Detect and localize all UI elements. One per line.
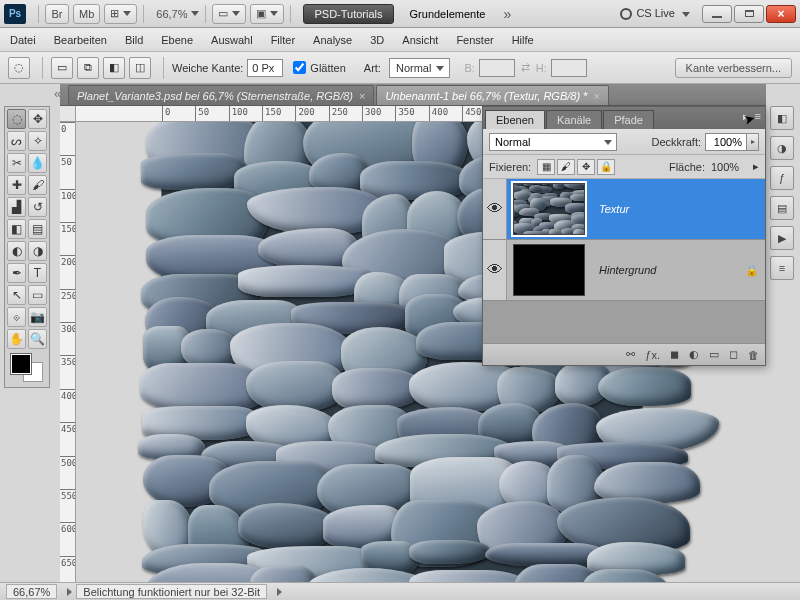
layer-name[interactable]: Textur	[591, 203, 765, 215]
window-close-button[interactable]: ×	[766, 5, 796, 23]
status-info-stepper-icon[interactable]	[277, 588, 282, 596]
view-extras-button[interactable]: ⊞	[104, 4, 137, 24]
tool-3d[interactable]: ⟐	[7, 307, 26, 327]
workspace-primary-button[interactable]: PSD-Tutorials	[303, 4, 393, 24]
tool-3dcam[interactable]: 📷	[28, 307, 47, 327]
ruler-origin[interactable]	[60, 106, 76, 122]
antialias-checkbox[interactable]	[293, 61, 306, 74]
tool-eyedropper[interactable]: 💧	[28, 153, 47, 173]
tool-hand[interactable]: ✋	[7, 329, 26, 349]
menu-ebene[interactable]: Ebene	[161, 34, 193, 46]
screen-mode-button[interactable]: ▣	[250, 4, 284, 24]
tool-preset-button[interactable]: ◌	[8, 57, 30, 79]
workspace-overflow-icon[interactable]: »	[503, 6, 511, 22]
tab-close-icon[interactable]: ×	[593, 90, 599, 102]
status-stepper-icon[interactable]	[67, 588, 72, 596]
layer-thumbnail[interactable]	[513, 183, 585, 235]
layer-visibility-icon[interactable]: 👁	[483, 240, 507, 300]
menu-bearbeiten[interactable]: Bearbeiten	[54, 34, 107, 46]
tool-stamp[interactable]: ▟	[7, 197, 26, 217]
tool-wand[interactable]: ✧	[28, 131, 47, 151]
panel-tab-ebenen[interactable]: Ebenen	[485, 110, 545, 129]
color-swatches[interactable]	[11, 354, 43, 382]
menu-datei[interactable]: Datei	[10, 34, 36, 46]
tool-zoom[interactable]: 🔍	[28, 329, 47, 349]
delete-layer-icon[interactable]: 🗑	[748, 349, 759, 361]
selection-new-button[interactable]: ▭	[51, 57, 73, 79]
selection-subtract-button[interactable]: ◧	[103, 57, 125, 79]
tool-gradient[interactable]: ▤	[28, 219, 47, 239]
link-layers-icon[interactable]: ⚯	[626, 348, 635, 361]
tool-shape[interactable]: ▭	[28, 285, 47, 305]
layer-visibility-icon[interactable]: 👁	[483, 179, 507, 239]
tool-move[interactable]: ✥	[28, 109, 47, 129]
tool-marquee[interactable]: ◌	[7, 109, 26, 129]
layer-fx-icon[interactable]: ƒx.	[645, 349, 660, 361]
style-dropdown[interactable]: Normal	[389, 58, 450, 78]
arrange-documents-button[interactable]: ▭	[212, 4, 246, 24]
layer-row[interactable]: 👁 Textur	[483, 179, 765, 240]
new-layer-icon[interactable]: ◻	[729, 348, 738, 361]
menu-ansicht[interactable]: Ansicht	[402, 34, 438, 46]
panel-menu-icon[interactable]: ≡	[755, 110, 761, 123]
menu-hilfe[interactable]: Hilfe	[512, 34, 534, 46]
fill-stepper[interactable]: ▸	[753, 160, 759, 173]
launch-minibridge-button[interactable]: Mb	[73, 4, 100, 24]
tool-eraser[interactable]: ◧	[7, 219, 26, 239]
dock-channels-icon[interactable]: ▤	[770, 196, 794, 220]
refine-edge-button[interactable]: Kante verbessern...	[675, 58, 792, 78]
dock-adjustments-icon[interactable]: ◑	[770, 136, 794, 160]
fill-input[interactable]: 100%	[711, 161, 753, 173]
tool-history[interactable]: ↺	[28, 197, 47, 217]
tool-lasso[interactable]: ᔕ	[7, 131, 26, 151]
selection-add-button[interactable]: ⧉	[77, 57, 99, 79]
dock-history-icon[interactable]: ≡	[770, 256, 794, 280]
menu-fenster[interactable]: Fenster	[456, 34, 493, 46]
menu-bild[interactable]: Bild	[125, 34, 143, 46]
document-tab[interactable]: Planet_Variante3.psd bei 66,7% (Sternens…	[68, 85, 374, 105]
ruler-vertical[interactable]: 050100150200250300350400450500550600650	[60, 122, 76, 582]
dock-styles-icon[interactable]: ƒ	[770, 166, 794, 190]
window-maximize-button[interactable]	[734, 5, 764, 23]
panel-tab-pfade[interactable]: Pfade	[603, 110, 654, 129]
cslive-button[interactable]: CS Live	[620, 7, 690, 20]
window-minimize-button[interactable]	[702, 5, 732, 23]
launch-bridge-button[interactable]: Br	[45, 4, 69, 24]
status-zoom[interactable]: 66,67%	[6, 584, 57, 599]
tool-dodge[interactable]: ◑	[28, 241, 47, 261]
tool-crop[interactable]: ✂	[7, 153, 26, 173]
lock-transparency-button[interactable]: ▦	[537, 159, 555, 175]
layer-thumbnail[interactable]	[513, 244, 585, 296]
tool-heal[interactable]: ✚	[7, 175, 26, 195]
workspace-secondary-button[interactable]: Grundelemente	[400, 5, 496, 23]
tab-close-icon[interactable]: ×	[359, 90, 365, 102]
lock-position-button[interactable]: ✥	[577, 159, 595, 175]
feather-input[interactable]: 0 Px	[247, 59, 283, 77]
lock-all-button[interactable]: 🔒	[597, 159, 615, 175]
menu-auswahl[interactable]: Auswahl	[211, 34, 253, 46]
panel-collapse-icon[interactable]: ▸	[743, 110, 749, 123]
document-tab[interactable]: Unbenannt-1 bei 66,7% (Textur, RGB/8) *×	[376, 85, 608, 105]
tool-blur[interactable]: ◐	[7, 241, 26, 261]
tool-type[interactable]: T	[28, 263, 47, 283]
panel-tab-kanale[interactable]: Kanäle	[546, 110, 602, 129]
zoom-level-display[interactable]: 66,7%	[156, 8, 187, 20]
layer-name[interactable]: Hintergrund	[591, 264, 745, 276]
menu-analyse[interactable]: Analyse	[313, 34, 352, 46]
adjustment-layer-icon[interactable]: ◐	[689, 348, 699, 361]
menu-3d[interactable]: 3D	[370, 34, 384, 46]
opacity-input[interactable]: 100%	[705, 133, 747, 151]
blend-mode-dropdown[interactable]: Normal	[489, 133, 617, 151]
dock-layers-icon[interactable]: ◧	[770, 106, 794, 130]
selection-intersect-button[interactable]: ◫	[129, 57, 151, 79]
dock-actions-icon[interactable]: ▶	[770, 226, 794, 250]
layer-row[interactable]: 👁 Hintergrund 🔒	[483, 240, 765, 301]
tool-brush[interactable]: 🖌	[28, 175, 47, 195]
lock-pixels-button[interactable]: 🖌	[557, 159, 575, 175]
layer-mask-icon[interactable]: ◼	[670, 348, 679, 361]
layer-group-icon[interactable]: ▭	[709, 348, 719, 361]
status-info[interactable]: Belichtung funktioniert nur bei 32-Bit	[76, 584, 267, 599]
tool-pen[interactable]: ✒	[7, 263, 26, 283]
menu-filter[interactable]: Filter	[271, 34, 295, 46]
tool-path[interactable]: ↖	[7, 285, 26, 305]
